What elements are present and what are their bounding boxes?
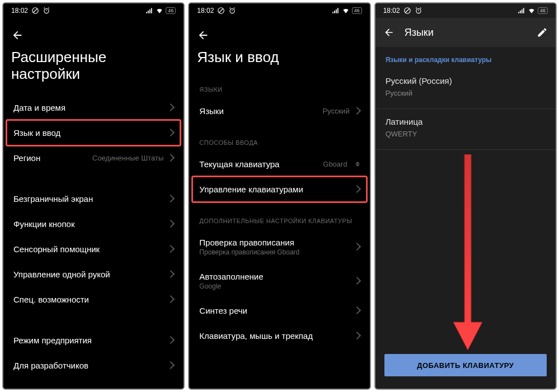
alarm-icon <box>43 7 50 15</box>
row-languages[interactable]: Языки Русский <box>189 98 369 124</box>
chevron-right-icon <box>167 129 175 136</box>
section-extra-keyboard: ДОПОЛНИТЕЛЬНЫЕ НАСТРОЙКИ КЛАВИАТУРЫ <box>189 202 369 230</box>
row-edgeless-screen[interactable]: Безграничный экран <box>3 186 184 211</box>
annotation-arrow-icon <box>451 154 485 350</box>
screen-languages-list: 18:02 46 Языки Языки и раскладки клавиат… <box>374 2 557 390</box>
battery-icon: 46 <box>166 7 176 14</box>
page-title: Языки <box>405 27 527 39</box>
row-region[interactable]: Регион Соединенные Штаты <box>3 145 184 171</box>
row-label: Проверка правописания <box>199 238 354 247</box>
row-value: Русский <box>322 107 349 115</box>
svg-line-16 <box>416 8 417 8</box>
row-language-input[interactable]: Язык и ввод <box>3 120 184 145</box>
svg-point-14 <box>416 9 421 13</box>
chevron-right-icon <box>353 107 361 115</box>
section-keyboard-layouts: Языки и раскладки клавиатуры <box>375 47 556 70</box>
row-developer[interactable]: Для разработчиков <box>3 353 184 378</box>
clock: 18:02 <box>383 7 400 15</box>
row-label: Языки <box>199 106 322 116</box>
chevron-right-icon <box>353 332 361 339</box>
dnd-icon <box>403 7 411 15</box>
screen-advanced-settings: 18:02 46 Расширенные настройки Дата и вр… <box>2 2 185 390</box>
row-label: Управление клавиатурами <box>199 185 354 194</box>
svg-point-8 <box>230 9 234 13</box>
dnd-icon <box>31 7 39 15</box>
row-label: Дата и время <box>13 103 168 112</box>
row-accessibility[interactable]: Спец. возможности <box>3 287 184 312</box>
section-languages: ЯЗЫКИ <box>189 78 369 98</box>
svg-point-2 <box>44 9 49 13</box>
row-tts[interactable]: Синтез речи <box>189 298 369 323</box>
back-icon[interactable] <box>383 27 394 38</box>
svg-line-7 <box>219 9 223 13</box>
chevron-right-icon <box>167 361 175 369</box>
lang-sublabel: QWERTY <box>386 130 546 138</box>
row-label: Регион <box>13 153 92 163</box>
row-button-functions[interactable]: Функции кнопок <box>3 211 184 237</box>
row-enterprise[interactable]: Режим предприятия <box>3 328 184 353</box>
header: Язык и ввод <box>189 18 369 78</box>
row-label: Текущая клавиатура <box>199 159 323 169</box>
edit-icon[interactable] <box>537 27 548 38</box>
row-label: Для разработчиков <box>13 361 168 370</box>
row-touch-assistant[interactable]: Сенсорный помощник <box>3 237 184 262</box>
clock: 18:02 <box>197 7 214 15</box>
row-label: Управление одной рукой <box>13 270 168 279</box>
button-label: ДОБАВИТЬ КЛАВИАТУРУ <box>417 361 514 370</box>
lang-label: Русский (Россия) <box>386 76 546 86</box>
status-bar: 18:02 46 <box>189 3 369 18</box>
wifi-icon <box>342 7 350 15</box>
signal-icon <box>145 7 153 15</box>
row-current-keyboard[interactable]: Текущая клавиатура Gboard <box>189 152 369 177</box>
svg-line-5 <box>48 8 49 8</box>
lang-label: Латиница <box>386 117 546 126</box>
page-title: Расширенные настройки <box>11 44 176 93</box>
dnd-icon <box>217 7 225 15</box>
row-label: Безграничный экран <box>13 194 168 204</box>
row-label: Спец. возможности <box>13 295 168 304</box>
row-onehand[interactable]: Управление одной рукой <box>3 262 184 287</box>
row-label: Язык и ввод <box>13 128 168 138</box>
divider <box>375 149 556 150</box>
row-value: Gboard <box>323 160 347 168</box>
page-title: Язык и ввод <box>197 44 361 76</box>
svg-line-10 <box>230 8 231 8</box>
chevron-right-icon <box>353 243 361 251</box>
chevron-right-icon <box>167 245 175 253</box>
alarm-icon <box>415 7 422 15</box>
chevron-right-icon <box>167 103 175 111</box>
add-keyboard-button[interactable]: ДОБАВИТЬ КЛАВИАТУРУ <box>384 354 547 376</box>
row-autofill[interactable]: Автозаполнение Google <box>189 264 369 298</box>
chevron-right-icon <box>167 195 175 202</box>
chevron-right-icon <box>353 277 361 285</box>
section-input-methods: СПОСОБЫ ВВОДА <box>189 124 369 152</box>
signal-icon <box>332 7 340 15</box>
battery-icon: 46 <box>538 7 548 14</box>
row-datetime[interactable]: Дата и время <box>3 95 184 120</box>
chevron-right-icon <box>353 185 361 193</box>
svg-line-11 <box>234 8 235 8</box>
back-icon[interactable] <box>11 29 24 41</box>
svg-line-17 <box>420 8 421 8</box>
row-label: Режим предприятия <box>13 336 168 345</box>
row-keyboard-mouse[interactable]: Клавиатура, мышь и трекпад <box>189 323 369 348</box>
back-icon[interactable] <box>197 29 209 41</box>
language-item-latin[interactable]: Латиница QWERTY <box>375 109 556 144</box>
row-sublabel: Google <box>199 282 354 290</box>
svg-line-13 <box>405 9 409 13</box>
wifi-icon <box>156 7 163 15</box>
chevron-right-icon <box>167 336 175 344</box>
signal-icon <box>518 7 525 15</box>
clock: 18:02 <box>11 7 28 15</box>
row-label: Синтез речи <box>199 306 354 315</box>
header: Расширенные настройки <box>3 18 184 95</box>
language-item-russian[interactable]: Русский (Россия) Русский <box>375 70 556 103</box>
row-spellcheck[interactable]: Проверка правописания Проверка правописа… <box>189 230 369 264</box>
row-value: Соединенные Штаты <box>92 154 163 162</box>
row-label: Клавиатура, мышь и трекпад <box>199 331 354 341</box>
battery-icon: 46 <box>352 7 362 14</box>
chevron-right-icon <box>167 220 175 228</box>
lang-sublabel: Русский <box>386 89 546 97</box>
row-manage-keyboards[interactable]: Управление клавиатурами <box>189 177 369 202</box>
row-label: Сенсорный помощник <box>13 244 168 254</box>
